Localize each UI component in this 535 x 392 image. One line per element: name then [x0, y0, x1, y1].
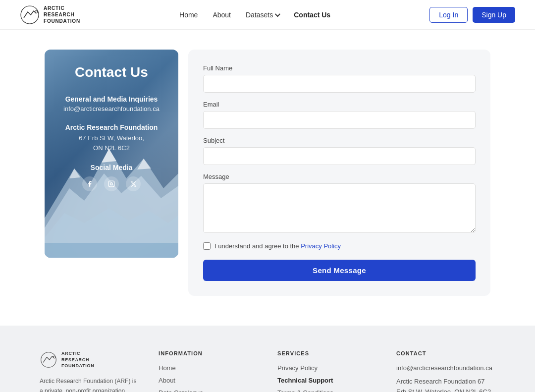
- instagram-icon[interactable]: [104, 176, 119, 191]
- footer-terms-link[interactable]: Terms & Conditions: [277, 389, 376, 392]
- org-address: 67 Erb St W, Waterloo, ON N2L 6C2: [54, 133, 168, 153]
- nav-about[interactable]: About: [213, 11, 231, 19]
- nav-home[interactable]: Home: [179, 11, 198, 19]
- footer-data-catalogue-link[interactable]: Data Catalogue: [159, 389, 258, 392]
- footer-brand: ARCTIC RESEARCH FOUNDATION Arctic Resear…: [40, 350, 139, 392]
- nav-logo: ARCTIC RESEARCH FOUNDATION: [20, 5, 80, 25]
- email-group: Email: [203, 101, 476, 129]
- subject-group: Subject: [203, 137, 476, 165]
- contact-form-panel: Full Name Email Subject Message I unders…: [188, 50, 490, 296]
- footer-inner: ARCTIC RESEARCH FOUNDATION Arctic Resear…: [20, 350, 515, 392]
- message-textarea[interactable]: [203, 183, 476, 233]
- main-content: Contact Us General and Media Inquiries i…: [0, 30, 535, 326]
- svg-point-10: [110, 183, 113, 185]
- footer-contact-col: CONTACT info@arcticresearchfoundation.ca…: [396, 350, 495, 392]
- subject-label: Subject: [203, 137, 476, 144]
- svg-point-12: [41, 352, 56, 368]
- privacy-label: I understand and agree to the Privacy Po…: [214, 242, 341, 250]
- footer-services-col: SERVICES Privacy Policy Technical Suppor…: [277, 350, 376, 392]
- general-inquiries-title: General and Media Inquiries: [54, 95, 168, 103]
- email-input[interactable]: [203, 111, 476, 129]
- panel-title: Contact Us: [54, 64, 168, 80]
- email-label: Email: [203, 101, 476, 108]
- nav-links: Home About Datasets Contact Us: [179, 11, 330, 19]
- footer: ARCTIC RESEARCH FOUNDATION Arctic Resear…: [0, 326, 535, 392]
- left-panel-content: Contact Us General and Media Inquiries i…: [45, 50, 178, 258]
- twitter-x-icon[interactable]: [126, 176, 141, 191]
- content-wrapper: Contact Us General and Media Inquiries i…: [45, 50, 490, 296]
- chevron-down-icon: [275, 11, 280, 16]
- social-icons-group: [54, 176, 168, 191]
- facebook-icon[interactable]: [82, 176, 97, 191]
- svg-point-0: [21, 6, 39, 24]
- footer-logo-text: ARCTIC RESEARCH FOUNDATION: [61, 350, 95, 369]
- social-media-title: Social Media: [54, 164, 168, 171]
- nav-contact-us[interactable]: Contact Us: [294, 11, 330, 19]
- logo-text: ARCTIC RESEARCH FOUNDATION: [44, 5, 80, 24]
- logo-icon: [20, 5, 40, 25]
- svg-point-13: [53, 356, 55, 358]
- svg-point-1: [35, 10, 38, 13]
- privacy-agreement-row: I understand and agree to the Privacy Po…: [203, 242, 476, 250]
- footer-info-col: INFORMATION Home About Data Catalogue: [159, 350, 258, 392]
- footer-contact-title: CONTACT: [396, 350, 495, 356]
- full-name-label: Full Name: [203, 64, 476, 72]
- nav-datasets[interactable]: Datasets: [246, 11, 279, 19]
- full-name-group: Full Name: [203, 64, 476, 93]
- footer-contact-address: Arctic Research Foundation 67 Erb St W, …: [396, 377, 495, 392]
- full-name-input[interactable]: [203, 75, 476, 93]
- footer-description: Arctic Research Foundation (ARF) is a pr…: [40, 376, 139, 392]
- message-label: Message: [203, 173, 476, 180]
- footer-about-link[interactable]: About: [159, 377, 258, 384]
- navbar: ARCTIC RESEARCH FOUNDATION Home About Da…: [0, 0, 535, 30]
- signup-button[interactable]: Sign Up: [473, 7, 515, 23]
- footer-technical-support-link[interactable]: Technical Support: [277, 377, 376, 384]
- contact-info-panel: Contact Us General and Media Inquiries i…: [45, 50, 178, 258]
- send-message-button[interactable]: Send Message: [203, 260, 476, 281]
- footer-privacy-link[interactable]: Privacy Policy: [277, 364, 376, 372]
- svg-rect-9: [108, 181, 114, 187]
- login-button[interactable]: Log In: [429, 7, 468, 23]
- footer-contact-email: info@arcticresearchfoundation.ca: [396, 364, 495, 372]
- footer-home-link[interactable]: Home: [159, 364, 258, 372]
- org-name: Arctic Research Foundation: [54, 123, 168, 131]
- privacy-checkbox[interactable]: [203, 242, 211, 250]
- svg-point-11: [113, 182, 113, 182]
- privacy-policy-link[interactable]: Privacy Policy: [301, 242, 341, 250]
- general-email: info@arcticresearchfoundation.ca: [54, 105, 168, 112]
- footer-info-title: INFORMATION: [159, 350, 258, 356]
- footer-logo-icon: [40, 351, 57, 369]
- message-group: Message: [203, 173, 476, 234]
- footer-logo: ARCTIC RESEARCH FOUNDATION: [40, 350, 139, 369]
- subject-input[interactable]: [203, 147, 476, 165]
- footer-services-title: SERVICES: [277, 350, 376, 356]
- nav-buttons: Log In Sign Up: [429, 7, 515, 23]
